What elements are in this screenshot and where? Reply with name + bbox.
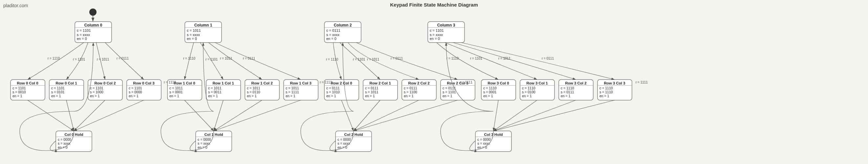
r3c1-en: en = 1: [522, 94, 532, 98]
r3c3-to-hold3: [493, 100, 615, 131]
r2c2-to-hold2: [353, 100, 419, 131]
r3c0-to-hold3: [493, 100, 498, 131]
hold2-c: c = 0000: [338, 137, 351, 141]
init-dot: [89, 8, 96, 16]
col2-label: Column 2: [334, 23, 352, 28]
r1c1-s: s = 0011: [208, 90, 222, 94]
c0-r0c1-lbl: r = 1101: [73, 57, 85, 61]
r0c1-s: s = 0101: [51, 90, 65, 94]
r3c3-s: s = 1110: [599, 90, 613, 94]
r0c0-s: s = 0010: [12, 90, 26, 94]
r0c3-s: s = 0000: [129, 90, 142, 94]
c3-to-r3c2: [453, 43, 576, 80]
col2-s: s = xxxx: [326, 33, 340, 37]
col2-c: c = 0111: [326, 29, 340, 32]
r1c3-en: en = 1: [286, 94, 296, 98]
r3c2-label: Row 3 Col 2: [565, 81, 586, 85]
r0c2-en: en = 1: [90, 94, 100, 98]
r0-r1111-lbl: r = 1111: [164, 81, 176, 84]
hold3-s: s = xxxx: [477, 141, 490, 145]
r3c1-to-hold3: [493, 100, 537, 131]
r2c1-label: Row 2 Col 1: [369, 81, 391, 85]
c1-to-r1c0: [185, 43, 194, 80]
r2c3-to-hold2: [353, 100, 458, 131]
r0c0-c: c = 1101: [12, 86, 26, 90]
hold1-self-loop: [190, 141, 196, 151]
col0-s: s = xxxx: [77, 33, 90, 37]
r2c1-en: en = 1: [365, 94, 375, 98]
r3-r1111-lbl: r = 1111: [636, 81, 648, 84]
hold1-c: c = 0000: [198, 137, 211, 141]
r1c1-en: en = 1: [208, 94, 218, 98]
r0c3-to-hold0: [74, 100, 144, 131]
r0c3-c: c = 1101: [129, 86, 142, 90]
hold1-en: en = 0: [198, 145, 208, 149]
col3-c: c = 1101: [430, 29, 444, 32]
r1c0-c: c = 1011: [169, 86, 183, 90]
r0c2-to-hold0: [74, 100, 105, 131]
r1c1-c: c = 1011: [208, 86, 222, 90]
col1-s: s = xxxx: [187, 33, 200, 37]
hold3-self-loop: [470, 141, 476, 151]
hold0-s: s = xxxx: [58, 141, 70, 145]
r0c2-s: s = 1000: [90, 90, 103, 94]
r0c3-en: en = 1: [129, 94, 138, 98]
r3c0-label: Row 3 Col 0: [488, 81, 509, 85]
r3c0-s: s = 0001: [483, 90, 497, 94]
r1c2-en: en = 1: [247, 94, 257, 98]
r1c3-label: Row 1 Col 3: [290, 81, 311, 85]
r0c3-label: Row 0 Col 3: [133, 81, 154, 85]
r3c3-en: en = 1: [599, 94, 609, 98]
r3c1-label: Row 3 Col 1: [526, 81, 548, 85]
c3-r3c2-lbl: r = 1011: [498, 57, 510, 60]
hold2-s: s = xxxx: [338, 141, 350, 145]
c0-r0c3-lbl: r = 0111: [117, 57, 129, 60]
r2c3-s: s = 1101: [442, 90, 456, 94]
c0-to-r0c3: [105, 43, 144, 80]
r2c2-s: s = 1100: [404, 90, 417, 94]
r1c2-c: c = 1011: [247, 86, 260, 90]
r0c0-label: Row 0 Col 0: [17, 81, 38, 85]
r1c3-s: s = 1111: [286, 90, 299, 94]
col2-en: en = 0: [326, 37, 337, 41]
r1c1-to-hold1: [214, 100, 223, 131]
hold0-self-loop: [50, 141, 56, 151]
r2c2-c: c = 0111: [404, 86, 417, 90]
r2c1-to-hold2: [353, 100, 380, 131]
c2-r2c3-lbl: r = 0111: [391, 57, 403, 60]
r1c0-s: s = 0001: [169, 90, 183, 94]
col0-en: en = 0: [77, 37, 87, 41]
r2c1-c: c = 0111: [365, 86, 378, 90]
r2c2-label: Row 2 Col 2: [408, 81, 429, 85]
r2c0-c: c = 0111: [326, 86, 340, 90]
c3-r3c1-lbl: r = 1101: [470, 57, 482, 60]
r2c0-to-hold2: [341, 100, 353, 131]
hold3-en: en = 0: [477, 145, 487, 149]
r0c2-label: Row 0 Col 2: [94, 81, 116, 85]
r3c2-to-hold3: [493, 100, 576, 131]
c3-to-r3c3: [461, 43, 615, 80]
c2-r2c1-lbl: r = 1101: [353, 57, 365, 61]
hold3-c: c = 0000: [477, 137, 491, 141]
c3-r3c3-lbl: r = 0111: [542, 57, 554, 60]
r1-r1111-lbl: r = 1111: [320, 81, 332, 84]
r2c0-en: en = 1: [326, 94, 336, 98]
r3c0-c: c = 1110: [483, 86, 497, 90]
col0-label: Column 0: [84, 23, 102, 28]
hold0-c: c = 0000: [58, 137, 71, 141]
r3c2-en: en = 1: [561, 94, 570, 98]
r1c2-s: s = 0110: [247, 90, 260, 94]
r0c1-label: Row 0 Col 1: [56, 81, 77, 85]
col3-en: en = 0: [430, 37, 440, 41]
c3-to-r3c0: [437, 43, 498, 80]
col3-s: s = xxxx: [430, 33, 443, 37]
r3c3-c: c = 1110: [599, 86, 613, 90]
hold2-en: en = 0: [338, 145, 347, 149]
r0c0-to-hold0: [28, 100, 74, 131]
r0c0-en: en = 1: [12, 94, 22, 98]
col1-c: c = 1011: [187, 29, 201, 32]
r3c1-s: s = 0100: [522, 90, 535, 94]
r3c0-en: en = 1: [483, 94, 493, 98]
r1c3-to-hold1: [214, 100, 301, 131]
r2-r1111-lbl: r = 1111: [460, 81, 472, 84]
